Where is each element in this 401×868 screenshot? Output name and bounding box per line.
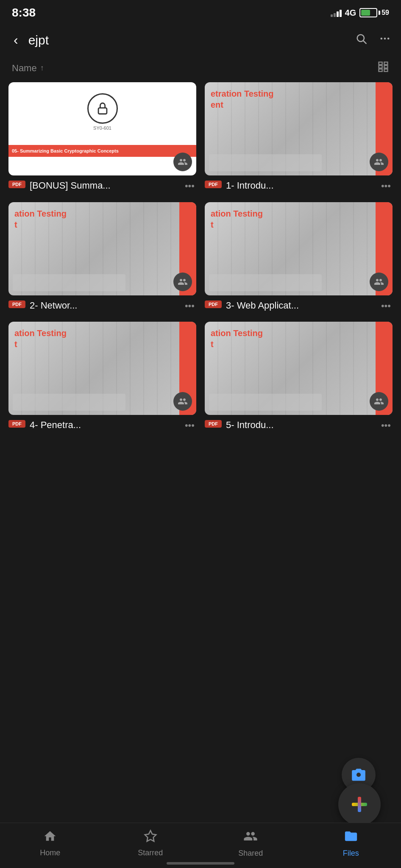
file-grid: SY0-601 05- Summarizing Basic Cryptograp… xyxy=(0,82,401,433)
thumbnail-text: ation Testingt xyxy=(14,208,67,230)
thumbnail-text: ation Testingt xyxy=(211,208,263,230)
svg-point-3 xyxy=(384,38,386,40)
page-title: ejpt xyxy=(28,33,348,47)
shared-badge xyxy=(370,273,388,291)
signal-icon xyxy=(331,8,342,17)
list-item[interactable]: SY0-601 05- Summarizing Basic Cryptograp… xyxy=(8,82,196,194)
file-more-button[interactable]: ••• xyxy=(183,181,196,192)
shared-badge xyxy=(370,392,388,411)
plus-icon xyxy=(350,795,369,814)
file-thumbnail: SY0-601 05- Summarizing Basic Cryptograp… xyxy=(8,82,196,175)
sort-label[interactable]: Name ↑ xyxy=(12,63,44,74)
battery-level: 59 xyxy=(382,9,389,17)
list-item[interactable]: etration Testingent PDF 1- Introdu... ••… xyxy=(205,82,393,194)
list-item[interactable]: ation Testingt PDF 4- Penetra... ••• xyxy=(8,322,196,433)
svg-point-2 xyxy=(381,38,383,40)
nav-item-files[interactable]: Files xyxy=(330,829,372,858)
svg-rect-9 xyxy=(379,69,382,72)
pdf-badge: PDF xyxy=(205,300,222,308)
svg-rect-10 xyxy=(384,69,387,72)
bottom-nav: Home Starred Shared Files xyxy=(0,823,401,868)
list-item[interactable]: ation Testingt PDF 2- Networ... ••• xyxy=(8,202,196,314)
pdf-badge: PDF xyxy=(8,420,25,428)
file-info: PDF [BONUS] Summa... ••• xyxy=(8,175,196,194)
star-icon xyxy=(144,829,157,846)
battery-icon: 59 xyxy=(359,8,389,17)
back-button[interactable]: ‹ xyxy=(10,31,22,50)
pdf-badge: PDF xyxy=(205,181,222,188)
add-fab-button[interactable] xyxy=(338,783,381,826)
list-item[interactable]: ation Testingt PDF 3- Web Applicat... ••… xyxy=(205,202,393,314)
header-actions xyxy=(355,33,391,47)
file-thumbnail: ation Testingt xyxy=(8,322,196,415)
status-icons: 4G 59 xyxy=(331,8,389,18)
pdf-badge: PDF xyxy=(8,181,25,188)
file-name: [BONUS] Summa... xyxy=(30,180,183,192)
file-thumbnail: ation Testingt xyxy=(8,202,196,295)
svg-line-1 xyxy=(363,41,366,43)
search-icon[interactable] xyxy=(355,33,367,47)
svg-rect-8 xyxy=(384,66,387,68)
shared-badge xyxy=(370,153,388,171)
thumbnail-text: etration Testingent xyxy=(211,88,274,110)
file-name: 3- Web Applicat... xyxy=(226,300,379,312)
file-thumbnail: ation Testingt xyxy=(205,322,393,415)
shared-icon xyxy=(243,829,258,846)
home-icon xyxy=(43,829,57,846)
nav-label-files: Files xyxy=(343,849,359,858)
file-thumbnail: etration Testingent xyxy=(205,82,393,175)
svg-point-4 xyxy=(387,38,390,40)
file-name: 4- Penetra... xyxy=(30,419,183,431)
status-bar: 8:38 4G 59 xyxy=(0,0,401,24)
file-info: PDF 5- Introdu... ••• xyxy=(205,415,393,433)
shared-badge xyxy=(173,273,192,291)
svg-marker-12 xyxy=(145,831,156,841)
status-time: 8:38 xyxy=(12,6,36,19)
pdf-badge: PDF xyxy=(205,420,222,428)
more-icon[interactable] xyxy=(379,33,391,47)
network-label: 4G xyxy=(345,8,356,18)
svg-rect-6 xyxy=(384,62,387,65)
nav-item-home[interactable]: Home xyxy=(29,829,71,857)
file-more-button[interactable]: ••• xyxy=(183,420,196,431)
file-info: PDF 3- Web Applicat... ••• xyxy=(205,295,393,314)
file-more-button[interactable]: ••• xyxy=(379,300,393,312)
nav-label-starred: Starred xyxy=(138,849,163,857)
file-name: 2- Networ... xyxy=(30,300,183,312)
sort-arrow-icon: ↑ xyxy=(40,64,44,72)
file-info: PDF 4- Penetra... ••• xyxy=(8,415,196,433)
folder-icon xyxy=(344,829,358,846)
file-info: PDF 1- Introdu... ••• xyxy=(205,175,393,194)
svg-rect-7 xyxy=(379,66,382,68)
svg-rect-5 xyxy=(379,62,382,65)
thumbnail-text: ation Testingt xyxy=(14,328,67,350)
svg-rect-11 xyxy=(98,108,107,114)
grid-toggle-icon[interactable] xyxy=(377,61,389,75)
file-more-button[interactable]: ••• xyxy=(379,181,393,192)
file-more-button[interactable]: ••• xyxy=(183,300,196,312)
nav-item-shared[interactable]: Shared xyxy=(229,829,272,858)
home-indicator xyxy=(167,862,234,865)
nav-label-shared: Shared xyxy=(238,849,263,858)
thumbnail-text: ation Testingt xyxy=(211,328,263,350)
sort-bar: Name ↑ xyxy=(0,56,401,82)
file-info: PDF 2- Networ... ••• xyxy=(8,295,196,314)
shared-badge xyxy=(173,153,192,171)
file-name: 5- Introdu... xyxy=(226,419,379,431)
file-more-button[interactable]: ••• xyxy=(379,420,393,431)
pdf-badge: PDF xyxy=(8,300,25,308)
header: ‹ ejpt xyxy=(0,24,401,56)
file-thumbnail: ation Testingt xyxy=(205,202,393,295)
shared-badge xyxy=(173,392,192,411)
file-name: 1- Introdu... xyxy=(226,180,379,192)
nav-label-home: Home xyxy=(40,849,60,857)
nav-item-starred[interactable]: Starred xyxy=(129,829,172,857)
list-item[interactable]: ation Testingt PDF 5- Introdu... ••• xyxy=(205,322,393,433)
